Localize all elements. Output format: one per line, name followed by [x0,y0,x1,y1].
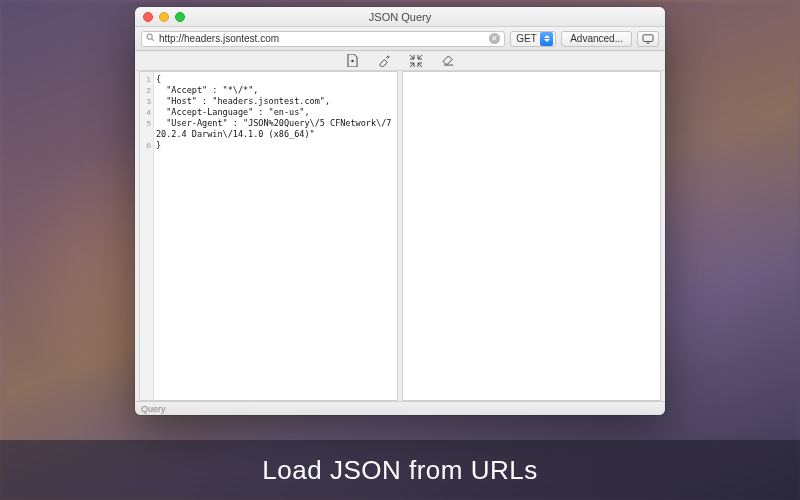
prettify-button[interactable] [377,54,391,68]
clear-url-icon[interactable]: ✕ [489,33,500,44]
line-gutter: 1 2 3 4 5 6 [140,72,154,400]
document-icon [347,54,358,67]
line-number: 2 [140,85,153,96]
svg-rect-2 [643,34,653,41]
right-result-pane[interactable] [402,71,661,401]
content-area: 1 2 3 4 5 6 { "Accept" : "*\/*", "Host" … [135,71,665,401]
line-number: 5 [140,118,153,129]
titlebar[interactable]: JSON Query [135,7,665,27]
line-number: 1 [140,74,153,85]
method-value: GET [516,33,537,44]
collapse-button[interactable] [409,54,423,68]
promo-caption: Load JSON from URLs [0,440,800,500]
clear-button[interactable] [441,54,455,68]
url-input[interactable]: http://headers.jsontest.com ✕ [141,31,505,47]
collapse-icon [410,55,422,67]
line-number: 4 [140,107,153,118]
line-number: 6 [140,140,153,151]
status-bar: Query [135,401,665,415]
toolbar: http://headers.jsontest.com ✕ GET Advanc… [135,27,665,51]
svg-point-4 [351,60,354,63]
display-mode-button[interactable] [637,31,659,47]
window-title: JSON Query [135,11,665,23]
http-method-select[interactable]: GET [510,31,556,47]
eraser-icon [442,55,455,66]
url-value: http://headers.jsontest.com [159,33,485,44]
search-icon [146,33,155,44]
line-number: 3 [140,96,153,107]
left-editor-pane[interactable]: 1 2 3 4 5 6 { "Accept" : "*\/*", "Host" … [139,71,398,401]
caption-text: Load JSON from URLs [262,455,537,486]
line-number [140,129,153,140]
action-toolbar [135,51,665,71]
monitor-icon [642,34,654,44]
advanced-button[interactable]: Advanced... [561,31,632,47]
app-window: JSON Query http://headers.jsontest.com ✕… [135,7,665,415]
format-document-button[interactable] [345,54,359,68]
chevron-updown-icon [540,32,553,46]
svg-point-0 [147,34,152,39]
status-text: Query [141,404,166,414]
brush-icon [378,54,391,67]
advanced-label: Advanced... [570,33,623,44]
svg-line-1 [152,39,154,41]
json-content[interactable]: { "Accept" : "*\/*", "Host" : "headers.j… [156,74,395,151]
